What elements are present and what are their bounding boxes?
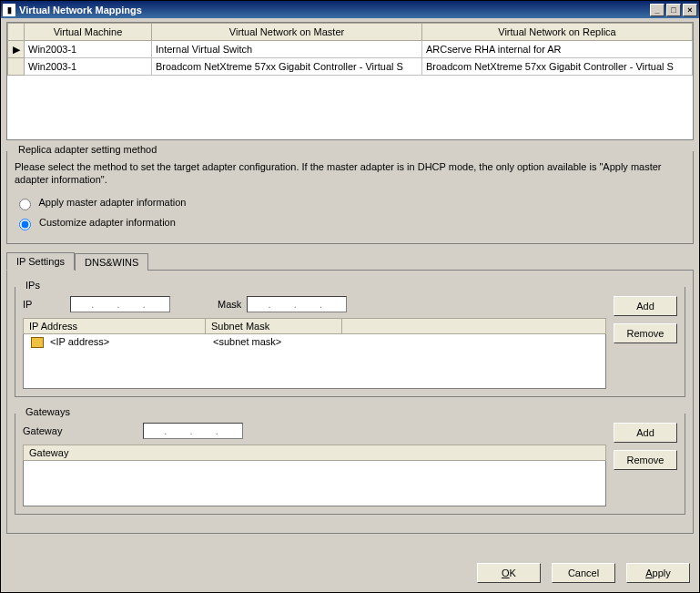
replica-help-text: Please select the method to set the targ…: [15, 160, 685, 187]
cell-vm[interactable]: Win2003-1: [25, 41, 152, 58]
ip-remove-button[interactable]: Remove: [614, 323, 677, 343]
titlebar: ▮ Virtual Network Mappings _ □ ×: [1, 1, 699, 18]
ip-col-mask[interactable]: Subnet Mask: [206, 319, 342, 333]
radio-apply-master-label: Apply master adapter information: [38, 197, 186, 208]
cancel-button[interactable]: Cancel: [552, 563, 615, 583]
gateways-legend: Gateways: [23, 406, 73, 417]
replica-adapter-group: Replica adapter setting method Please se…: [6, 151, 694, 244]
tab-dns-wins[interactable]: DNS&WINS: [75, 253, 148, 271]
ip-list-ip: <IP address>: [50, 336, 109, 347]
row-selector-icon: ▶: [8, 41, 25, 58]
gateway-list[interactable]: [23, 461, 606, 506]
radio-customize-label: Customize adapter information: [39, 217, 176, 228]
cell-vm[interactable]: Win2003-1: [25, 58, 152, 76]
ip-label: IP: [23, 299, 65, 310]
cell-master[interactable]: Broadcom NetXtreme 57xx Gigabit Controll…: [152, 58, 422, 76]
ip-list[interactable]: <IP address> <subnet mask>: [23, 334, 606, 389]
ip-add-button[interactable]: Add: [614, 296, 677, 316]
radio-customize[interactable]: [19, 219, 31, 230]
gateway-add-button[interactable]: Add: [614, 423, 677, 443]
window-title: Virtual Network Mappings: [19, 5, 648, 15]
gateway-remove-button[interactable]: Remove: [614, 450, 677, 470]
grid-corner: [8, 24, 25, 41]
dialog-buttons: OK Cancel Apply: [1, 554, 699, 592]
cell-replica[interactable]: ARCserve RHA internal for AR: [422, 41, 693, 58]
gateway-label: Gateway: [23, 425, 77, 436]
mappings-grid[interactable]: Virtual Machine Virtual Network on Maste…: [6, 22, 694, 140]
gateways-group: Gateways Gateway Gateway: [15, 414, 685, 515]
grid-header-replica[interactable]: Virtual Network on Replica: [422, 24, 693, 41]
close-button[interactable]: ×: [683, 4, 697, 16]
cell-master[interactable]: Internal Virtual Switch: [152, 41, 422, 58]
ip-list-mask: <subnet mask>: [209, 336, 346, 348]
ok-button[interactable]: OK: [477, 563, 541, 583]
ip-list-header: IP Address Subnet Mask: [23, 318, 606, 334]
gateway-input[interactable]: [143, 423, 243, 439]
mask-label: Mask: [218, 299, 241, 310]
apply-button[interactable]: Apply: [626, 563, 690, 583]
ips-legend: IPs: [23, 280, 43, 291]
minimize-button[interactable]: _: [650, 4, 664, 16]
ip-input[interactable]: [70, 296, 170, 312]
grid-row[interactable]: ▶ Win2003-1 Internal Virtual Switch ARCs…: [8, 41, 693, 58]
mask-input[interactable]: [247, 296, 347, 312]
radio-apply-master[interactable]: [19, 199, 31, 210]
grid-row[interactable]: Win2003-1 Broadcom NetXtreme 57xx Gigabi…: [8, 58, 693, 76]
grid-header-vm[interactable]: Virtual Machine: [25, 24, 152, 41]
grid-header-master[interactable]: Virtual Network on Master: [152, 24, 422, 41]
ips-group: IPs IP Mask IP Address: [15, 287, 685, 397]
settings-tabs: IP Settings DNS&WINS IPs IP Mask: [6, 251, 694, 534]
ip-list-row[interactable]: <IP address> <subnet mask>: [24, 334, 605, 350]
maximize-button[interactable]: □: [666, 4, 681, 16]
cell-replica[interactable]: Broadcom NetXtreme 57xx Gigabit Controll…: [422, 58, 693, 76]
tab-page-ip: IPs IP Mask IP Address: [6, 270, 694, 534]
row-selector-icon: [8, 58, 25, 76]
virtual-network-mappings-window: ▮ Virtual Network Mappings _ □ × Virtual…: [0, 0, 700, 593]
content-area: Virtual Machine Virtual Network on Maste…: [1, 18, 699, 554]
ip-col-spacer: [342, 319, 605, 333]
network-icon: [31, 337, 44, 348]
app-icon: ▮: [3, 4, 15, 16]
ip-col-address[interactable]: IP Address: [24, 319, 206, 333]
tab-ip-settings[interactable]: IP Settings: [6, 252, 75, 271]
replica-group-legend: Replica adapter setting method: [15, 144, 160, 155]
gateway-list-header: Gateway: [23, 445, 606, 461]
gateway-col[interactable]: Gateway: [24, 445, 605, 460]
